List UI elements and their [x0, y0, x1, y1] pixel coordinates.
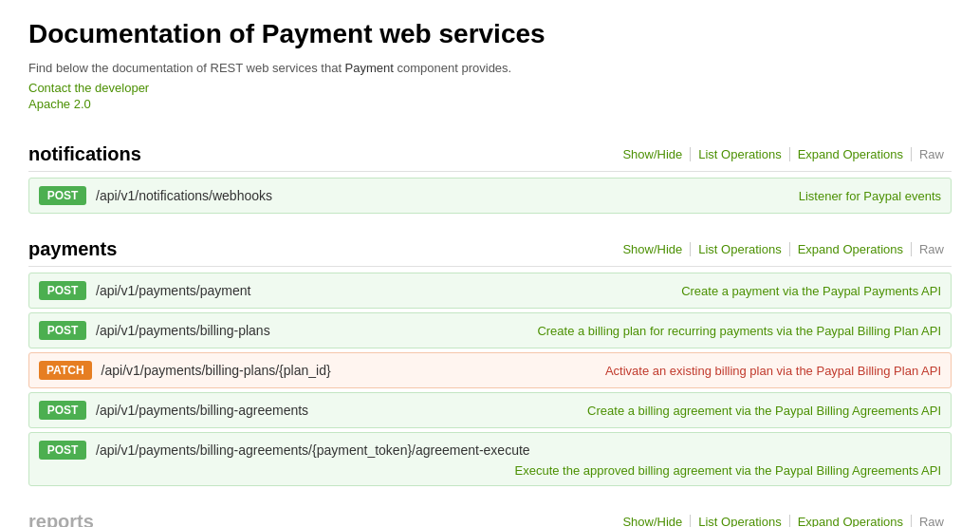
api-row-payments-2[interactable]: PATCH/api/v1/payments/billing-plans/{pla…	[28, 352, 952, 388]
api-row-left-payments-4: POST/api/v1/payments/billing-agreements/…	[39, 441, 941, 460]
links-section: Contact the developer Apache 2.0	[28, 81, 952, 111]
list-operations-link-notifications[interactable]: List Operations	[690, 147, 788, 161]
sections-container: notificationsShow/HideList OperationsExp…	[28, 134, 952, 527]
contact-developer-link[interactable]: Contact the developer	[28, 81, 952, 95]
api-row-left-payments-1: POST/api/v1/payments/billing-plans	[39, 321, 270, 340]
section-notifications: notificationsShow/HideList OperationsExp…	[28, 134, 952, 214]
section-header-notifications: notificationsShow/HideList OperationsExp…	[28, 134, 952, 172]
api-row-left-payments-2: PATCH/api/v1/payments/billing-plans/{pla…	[39, 361, 331, 380]
raw-link-payments[interactable]: Raw	[911, 242, 952, 256]
api-row-payments-0[interactable]: POST/api/v1/payments/paymentCreate a pay…	[28, 273, 952, 309]
section-title-reports: reports	[28, 511, 94, 527]
method-badge-post: POST	[39, 186, 86, 205]
subtitle-bold: Payment	[345, 61, 394, 75]
api-path-notifications-0: /api/v1/notifications/webhooks	[96, 188, 272, 203]
section-controls-notifications: Show/HideList OperationsExpand Operation…	[622, 147, 952, 161]
list-operations-link-reports[interactable]: List Operations	[690, 515, 788, 527]
section-controls-reports: Show/HideList OperationsExpand Operation…	[622, 515, 952, 527]
expand-operations-link-reports[interactable]: Expand Operations	[789, 515, 911, 527]
api-description-payments-0: Create a payment via the Paypal Payments…	[681, 284, 941, 298]
section-reports: reportsShow/HideList OperationsExpand Op…	[28, 501, 952, 527]
expand-operations-link-notifications[interactable]: Expand Operations	[789, 147, 911, 161]
section-header-reports: reportsShow/HideList OperationsExpand Op…	[28, 501, 952, 527]
api-description-notifications-0: Listener for Paypal events	[799, 189, 941, 203]
section-controls-payments: Show/HideList OperationsExpand Operation…	[622, 242, 952, 256]
method-badge-post: POST	[39, 401, 86, 420]
api-path-payments-1: /api/v1/payments/billing-plans	[96, 323, 270, 338]
api-description-payments-1: Create a billing plan for recurring paym…	[537, 324, 941, 338]
section-header-payments: paymentsShow/HideList OperationsExpand O…	[28, 229, 952, 267]
api-row-left-notifications-0: POST/api/v1/notifications/webhooks	[39, 186, 272, 205]
method-badge-post: POST	[39, 321, 86, 340]
api-description-payments-2: Activate an existing billing plan via th…	[605, 364, 941, 378]
api-row-payments-1[interactable]: POST/api/v1/payments/billing-plansCreate…	[28, 312, 952, 348]
api-path-payments-0: /api/v1/payments/payment	[96, 283, 250, 298]
apache-license-link[interactable]: Apache 2.0	[28, 97, 952, 111]
api-path-payments-3: /api/v1/payments/billing-agreements	[96, 403, 308, 418]
api-path-payments-4: /api/v1/payments/billing-agreements/{pay…	[96, 442, 530, 458]
api-row-payments-4[interactable]: POST/api/v1/payments/billing-agreements/…	[28, 432, 952, 486]
section-title-notifications: notifications	[28, 143, 141, 165]
api-description-payments-4: Execute the approved billing agreement v…	[39, 463, 941, 478]
api-row-left-payments-3: POST/api/v1/payments/billing-agreements	[39, 401, 308, 420]
api-description-payments-3: Create a billing agreement via the Paypa…	[587, 404, 941, 418]
api-path-payments-2: /api/v1/payments/billing-plans/{plan_id}	[102, 363, 331, 378]
api-row-payments-3[interactable]: POST/api/v1/payments/billing-agreementsC…	[28, 392, 952, 428]
raw-link-reports[interactable]: Raw	[911, 515, 952, 527]
section-payments: paymentsShow/HideList OperationsExpand O…	[28, 229, 952, 486]
method-badge-patch: PATCH	[39, 361, 92, 380]
method-badge-post: POST	[39, 281, 86, 300]
api-row-left-payments-0: POST/api/v1/payments/payment	[39, 281, 250, 300]
section-title-payments: payments	[28, 238, 117, 260]
page-title: Documentation of Payment web services	[28, 19, 952, 49]
raw-link-notifications[interactable]: Raw	[911, 147, 952, 161]
show-hide-link-payments[interactable]: Show/Hide	[622, 242, 690, 256]
show-hide-link-reports[interactable]: Show/Hide	[622, 515, 690, 527]
expand-operations-link-payments[interactable]: Expand Operations	[789, 242, 911, 256]
page-subtitle: Find below the documentation of REST web…	[28, 61, 952, 75]
show-hide-link-notifications[interactable]: Show/Hide	[622, 147, 690, 161]
method-badge-post: POST	[39, 441, 86, 460]
api-row-notifications-0[interactable]: POST/api/v1/notifications/webhooksListen…	[28, 178, 952, 214]
list-operations-link-payments[interactable]: List Operations	[690, 242, 788, 256]
